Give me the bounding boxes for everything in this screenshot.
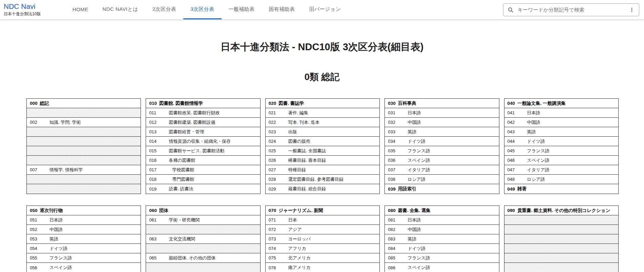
ndc-row-empty [504,253,618,263]
header-code: 010 [149,101,157,106]
row-code: 055 [30,255,49,260]
row-code: 056 [30,265,49,270]
ndc-row-061: 061学術・研究機関 [146,215,260,225]
ndc-row-029: 029蔵書目録. 総合目録 [266,184,379,194]
row-label: フランス語 [49,255,72,261]
ndc-row-056: 056スペイン語 [27,263,141,272]
ndc-table-header-030: 030百科事典 [385,99,499,108]
row-label: 英語 [408,236,416,242]
row-label: 読書. 読書法 [169,186,193,192]
row-code: 027 [269,167,288,172]
ndc-row-empty [504,225,618,234]
row-label: 中国語 [49,227,63,233]
row-label: ヨーロッパ [288,236,311,242]
row-code: 038 [388,177,408,182]
row-label: ドイツ語 [49,246,67,252]
row-code: 017 [149,167,169,172]
row-code: 034 [388,139,408,144]
row-code: 086 [388,265,408,270]
ndc-row-076: 076南アメリカ [266,263,379,272]
ndc-table-040: 040一般論文集. 一般講演集041日本語042中国語043英語044ドイツ語0… [504,98,619,194]
nav-item-home[interactable]: HOME [65,0,96,19]
brand: NDC Navi 日本十進分類法10版 [4,0,54,19]
nav-item-second-division[interactable]: 2次区分表 [145,0,183,19]
ndc-table-000: 000総記002知識. 学問. 学術007情報学. 情報科学 [26,98,141,194]
row-label: 北アメリカ [288,255,311,261]
ndc-row-027: 027特種目録 [266,165,379,175]
brand-subtitle: 日本十進分類法10版 [4,11,54,17]
row-code: 052 [30,227,49,232]
nav-item-old-version[interactable]: 旧バージョン [302,0,348,19]
ndc-row-023: 023出版 [266,127,379,137]
row-code: 074 [269,246,288,251]
header-code: 060 [149,208,157,213]
row-code: 013 [149,129,169,134]
nav-item-general-aux[interactable]: 一般補助表 [222,0,262,19]
row-label: ドイツ語 [408,138,425,144]
ndc-table-header-000: 000総記 [27,99,141,108]
row-code: 051 [30,217,49,222]
row-code: 054 [30,246,49,251]
row-code: 053 [30,236,49,241]
row-label: 情報学. 情報科学 [49,167,83,173]
ndc-row-071: 071日本 [266,215,379,225]
ndc-row-051: 051日本語 [27,215,141,225]
class-0-heading: 0類 総記 [0,72,644,82]
ndc-row-039: 039用語索引 [385,184,499,194]
search-input[interactable] [517,6,627,13]
tables-grid-row-2: 050逐次刊行物051日本語052中国語053英語054ドイツ語055フランス語… [0,206,644,272]
row-label: 雑著 [517,186,526,192]
row-label: 図書館経営・管理 [169,129,204,135]
row-code: 022 [269,120,288,125]
nav-item-special-aux[interactable]: 固有補助表 [262,0,302,19]
row-label: 図書館政策. 図書館行財政 [169,110,220,116]
nav-item-about[interactable]: NDC NAVIとは [96,0,145,19]
row-label: スペイン語 [408,265,430,271]
row-label: ドイツ語 [527,138,545,144]
row-code: 029 [269,187,288,192]
row-code: 018 [149,177,169,182]
row-label: 南アメリカ [288,265,311,271]
row-code: 012 [149,120,169,125]
row-label: 中国語 [408,119,421,125]
row-label: ドイツ語 [408,246,425,252]
ndc-table-header-080: 080叢書. 全集. 選集 [385,206,499,215]
row-label: 写本. 刊本. 造本 [288,119,319,125]
row-label: 図書館建築. 図書館設備 [169,119,215,125]
header-code: 040 [507,101,515,106]
row-code: 016 [149,158,169,163]
header-code: 090 [507,208,515,213]
ndc-row-empty [27,156,141,165]
row-label: 中国語 [408,227,421,233]
header-title: 貴重書. 郷土資料. その他の特別コレクション [517,208,610,214]
row-label: イタリア語 [527,167,549,173]
ndc-row-034: 034ドイツ語 [385,137,499,146]
search-options-button[interactable] [627,5,637,15]
nav-item-third-division[interactable]: 3次区分表 [183,0,221,19]
row-label: 学校図書館 [169,167,194,173]
ndc-table-header-090: 090貴重書. 郷土資料. その他の特別コレクション [504,206,618,215]
row-label: 日本語 [408,217,421,223]
ndc-row-028: 028選定図書目録. 参考図書目録 [266,175,379,184]
ndc-row-022: 022写本. 刊本. 造本 [266,118,379,127]
row-code: 046 [507,158,527,163]
ndc-row-empty [146,263,260,272]
row-label: 日本語 [527,110,540,116]
ndc-row-073: 073ヨーロッパ [266,234,379,244]
header-code: 020 [269,101,276,106]
ndc-row-038: 038ロシア語 [385,175,499,184]
brand-title[interactable]: NDC Navi [4,2,54,10]
main-nav: HOME NDC NAVIとは 2次区分表 3次区分表 一般補助表 固有補助表 … [65,0,348,19]
header-code: 030 [388,101,396,106]
row-label: 出版 [288,129,297,135]
ndc-row-empty [504,234,618,244]
ndc-row-019: 019読書. 読書法 [146,184,260,194]
ndc-row-086: 086スペイン語 [385,263,499,272]
header-code: 050 [30,208,38,213]
row-code: 026 [269,158,288,163]
row-label: 知識. 学問. 学術 [49,119,81,125]
ndc-row-084: 084ドイツ語 [385,244,499,253]
ndc-row-082: 082中国語 [385,225,499,234]
ndc-table-header-060: 060団体 [146,206,260,215]
row-code: 002 [30,120,49,125]
